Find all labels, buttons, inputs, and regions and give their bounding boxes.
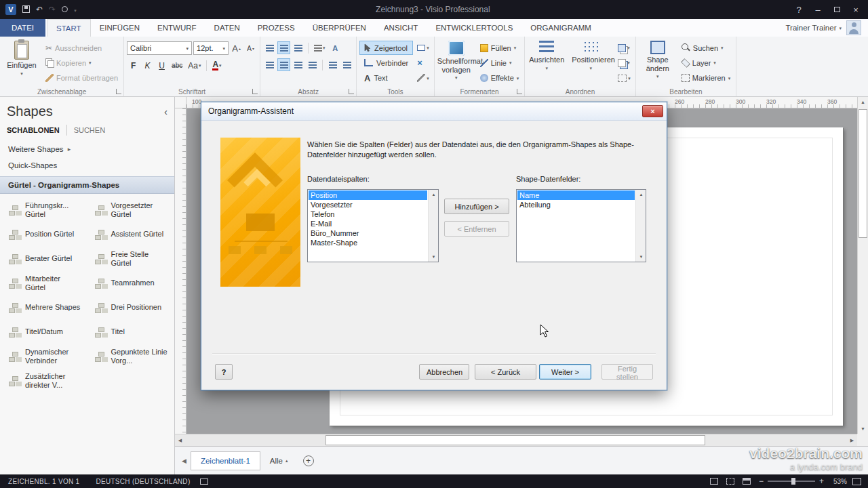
zoom-in-button[interactable]: +: [815, 476, 828, 486]
whole-page-view-icon[interactable]: [710, 478, 718, 485]
rectangle-tool-button[interactable]: ▾: [415, 41, 431, 55]
align-bottom-button[interactable]: [292, 41, 304, 54]
shape-item[interactable]: Berater Gürtel: [1, 247, 87, 271]
decrease-indent-button[interactable]: [326, 58, 339, 71]
scroll-up-icon[interactable]: ▲: [429, 190, 439, 199]
shape-item[interactable]: Dynamischer Verbinder: [1, 344, 87, 369]
minimize-button[interactable]: –: [808, 2, 827, 17]
tab-start[interactable]: START: [47, 19, 91, 37]
list-item[interactable]: Büro_Nummer: [309, 228, 427, 238]
list-item[interactable]: Telefon: [309, 209, 427, 219]
paste-button[interactable]: Einfügen▾: [3, 39, 41, 85]
list-scrollbar[interactable]: ▲ ▼: [635, 190, 646, 262]
page-width-view-icon[interactable]: [726, 478, 734, 485]
shape-item[interactable]: Mitarbeiter Gürtel: [1, 271, 87, 296]
list-item[interactable]: Vorgesetzter: [309, 200, 427, 209]
back-button[interactable]: < Zurück: [475, 364, 536, 380]
grow-font-button[interactable]: A▴: [230, 42, 243, 55]
freeform-tool-button[interactable]: ▾: [415, 71, 431, 85]
change-case-button[interactable]: Aa▾: [186, 59, 203, 72]
tab-prozess[interactable]: PROZESS: [249, 19, 304, 37]
vertical-scrollbar[interactable]: ▲ ▼: [857, 97, 868, 434]
shape-item[interactable]: Zusätzlicher direkter V...: [1, 369, 87, 393]
target-list[interactable]: Name Abteilung ▲ ▼: [516, 189, 646, 262]
bring-to-front-button[interactable]: ▾: [616, 41, 633, 55]
paragraph-dialog-launcher-icon[interactable]: [349, 89, 354, 94]
copy-button[interactable]: Kopieren▾: [43, 56, 121, 70]
dialog-titlebar[interactable]: Organigramm-Assistent ×: [201, 102, 667, 121]
scroll-up-icon[interactable]: ▲: [636, 190, 646, 199]
scroll-down-icon[interactable]: ▼: [858, 424, 868, 434]
shape-item[interactable]: Assistent Gürtel: [87, 222, 174, 247]
tab-einfuegen[interactable]: EINFÜGEN: [91, 19, 149, 37]
layers-button[interactable]: Layer▾: [679, 56, 733, 70]
shape-item[interactable]: Titel/Datum: [1, 320, 87, 344]
all-pages-button[interactable]: Alle▴: [260, 457, 298, 465]
find-button[interactable]: Suchen▾: [679, 41, 733, 55]
text-tool-button[interactable]: AText: [359, 71, 413, 85]
tab-organigramm[interactable]: ORGANIGRAMM: [521, 19, 599, 37]
insert-page-button[interactable]: +: [303, 455, 314, 466]
align-right-button[interactable]: [292, 58, 304, 71]
font-family-select[interactable]: Calibri▾: [127, 41, 192, 55]
increase-indent-button[interactable]: [340, 58, 353, 71]
tab-schablonen[interactable]: SCHABLONEN: [7, 125, 67, 136]
next-button[interactable]: Weiter >: [539, 364, 591, 380]
save-button[interactable]: [22, 5, 30, 14]
finish-button[interactable]: Fertig stellen: [601, 364, 653, 380]
select-button[interactable]: Markieren▾: [679, 71, 733, 85]
page-tab[interactable]: Zeichenblatt-1: [191, 451, 260, 470]
tab-ansicht[interactable]: ANSICHT: [375, 19, 427, 37]
align-middle-button[interactable]: [277, 41, 290, 54]
shape-item[interactable]: Führungskr... Gürtel: [1, 198, 87, 222]
position-button[interactable]: Positionieren▾: [568, 39, 614, 85]
font-color-button[interactable]: A▾: [210, 59, 223, 72]
source-list[interactable]: Position Vorgesetzter Telefon E-Mail Bür…: [307, 189, 439, 262]
undo-button[interactable]: ↶: [36, 5, 43, 14]
shape-item[interactable]: Position Gürtel: [1, 222, 87, 247]
list-item[interactable]: Name: [517, 190, 635, 200]
zoom-slider-thumb[interactable]: [791, 478, 795, 485]
horizontal-scrollbar[interactable]: ◀ ▶: [175, 434, 857, 446]
page-nav-left-icon[interactable]: ◀: [178, 458, 191, 464]
scroll-right-icon[interactable]: ▶: [847, 435, 857, 445]
horizontal-scroll-thumb[interactable]: [326, 435, 705, 445]
quick-styles-button[interactable]: Schnellformat-vorlagen▾: [437, 39, 475, 85]
dialog-close-button[interactable]: ×: [642, 105, 663, 117]
font-size-select[interactable]: 12pt.▾: [193, 41, 229, 55]
stencil-header[interactable]: Gürtel - Organigramm-Shapes: [0, 176, 174, 194]
fill-button[interactable]: Füllen▾: [477, 41, 522, 55]
font-dialog-launcher-icon[interactable]: [252, 89, 258, 94]
visio-app-icon[interactable]: V: [5, 4, 16, 15]
bold-button[interactable]: F: [127, 59, 140, 72]
bullets-button[interactable]: ▾: [312, 41, 328, 54]
tab-entwurf[interactable]: ENTWURF: [149, 19, 205, 37]
help-button[interactable]: ?: [789, 2, 808, 17]
shape-item[interactable]: Teamrahmen: [87, 271, 174, 296]
status-language[interactable]: DEUTSCH (DEUTSCHLAND): [87, 478, 198, 485]
cancel-button[interactable]: Abbrechen: [419, 364, 469, 380]
text-direction-button[interactable]: A: [329, 41, 342, 54]
shape-styles-dialog-launcher-icon[interactable]: [517, 89, 522, 94]
shape-item[interactable]: Drei Positionen: [87, 296, 174, 320]
more-shapes[interactable]: Weitere Shapes▸: [0, 141, 174, 157]
list-item[interactable]: Abteilung: [517, 200, 635, 209]
justify-button[interactable]: [306, 58, 319, 71]
group-shapes-button[interactable]: ▾: [616, 71, 633, 85]
shape-item[interactable]: Vorgesetzter Gürtel: [87, 198, 174, 222]
dialog-help-button[interactable]: ?: [215, 364, 233, 380]
tab-daten[interactable]: DATEN: [205, 19, 249, 37]
list-item[interactable]: Master-Shape: [309, 238, 427, 247]
shape-item[interactable]: Mehrere Shapes: [1, 296, 87, 320]
collapse-panel-icon[interactable]: ‹: [164, 106, 167, 117]
touch-mode-button[interactable]: [62, 5, 68, 14]
vertical-scroll-thumb[interactable]: [859, 109, 867, 238]
align-center-button[interactable]: [277, 58, 290, 71]
add-button[interactable]: Hinzufügen >: [444, 199, 509, 214]
list-scrollbar[interactable]: ▲ ▼: [428, 190, 438, 262]
underline-button[interactable]: U: [155, 59, 168, 72]
scroll-down-icon[interactable]: ▼: [429, 252, 439, 262]
presentation-mode-icon[interactable]: [200, 479, 208, 485]
strikethrough-button[interactable]: abc: [170, 59, 184, 72]
format-painter-button[interactable]: Format übertragen: [43, 71, 121, 85]
